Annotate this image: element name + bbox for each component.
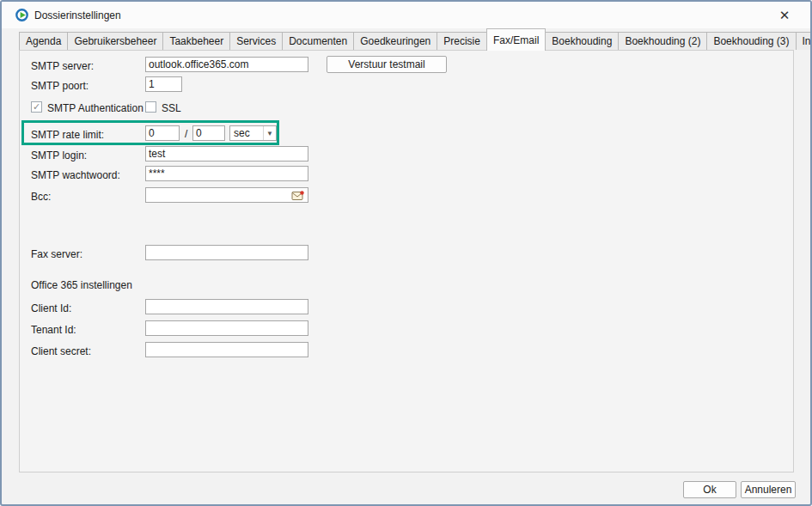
rate-limit-unit-value: sec xyxy=(230,127,263,139)
ok-button[interactable]: Ok xyxy=(683,481,736,498)
smtp-server-input[interactable] xyxy=(145,57,308,72)
tenant-id-input[interactable] xyxy=(145,320,308,336)
fax-server-label: Fax server: xyxy=(31,248,82,260)
fax-email-tab-page: SMTP server: Verstuur testmail SMTP poor… xyxy=(19,50,794,472)
smtp-authentication-checkbox[interactable] xyxy=(31,101,42,113)
smtp-wachtwoord-input[interactable] xyxy=(145,166,308,181)
smtp-poort-input[interactable] xyxy=(145,76,182,92)
tab-boekhouding[interactable]: Boekhouding xyxy=(545,32,619,50)
window-title: Dossierinstellingen xyxy=(34,9,121,21)
tab-intrastat[interactable]: Intrastat xyxy=(796,32,812,50)
ssl-checkbox[interactable] xyxy=(145,101,156,113)
rate-limit-count-input[interactable] xyxy=(145,125,180,141)
smtp-rate-limit-label: SMTP rate limit: xyxy=(31,129,104,141)
mail-contact-icon[interactable] xyxy=(290,189,306,201)
app-logo-icon xyxy=(15,9,28,21)
fax-server-input[interactable] xyxy=(145,245,308,260)
client-secret-label: Client secret: xyxy=(31,345,91,357)
dossierinstellingen-dialog: Dossierinstellingen ✕ Agenda Gebruikersb… xyxy=(0,0,812,506)
bcc-label: Bcc: xyxy=(31,191,51,203)
smtp-poort-label: SMTP poort: xyxy=(31,80,89,92)
tab-documenten[interactable]: Documenten xyxy=(282,32,354,50)
client-id-label: Client Id: xyxy=(31,302,71,314)
smtp-login-input[interactable] xyxy=(145,146,308,162)
chevron-down-icon: ▼ xyxy=(263,126,276,140)
bcc-input[interactable] xyxy=(145,187,308,203)
tab-goedkeuringen[interactable]: Goedkeuringen xyxy=(353,32,437,50)
tab-fax-email[interactable]: Fax/Email xyxy=(486,28,546,51)
annuleren-button[interactable]: Annuleren xyxy=(741,481,796,498)
client-id-input[interactable] xyxy=(145,299,308,314)
tab-boekhouding-3[interactable]: Boekhouding (3) xyxy=(706,32,796,50)
tab-gebruikersbeheer[interactable]: Gebruikersbeheer xyxy=(67,32,163,50)
office365-section-heading: Office 365 instellingen xyxy=(31,279,132,291)
tab-precisie[interactable]: Precisie xyxy=(437,32,487,50)
rate-limit-separator: / xyxy=(185,128,187,140)
close-icon[interactable]: ✕ xyxy=(774,6,795,25)
tab-services[interactable]: Services xyxy=(229,32,283,50)
titlebar: Dossierinstellingen ✕ xyxy=(2,2,810,28)
smtp-server-label: SMTP server: xyxy=(31,60,94,72)
smtp-wachtwoord-label: SMTP wachtwoord: xyxy=(31,169,120,181)
tab-agenda[interactable]: Agenda xyxy=(19,32,68,50)
smtp-login-label: SMTP login: xyxy=(31,149,87,162)
rate-limit-interval-input[interactable] xyxy=(192,125,225,141)
tab-boekhouding-2[interactable]: Boekhouding (2) xyxy=(618,32,707,50)
tenant-id-label: Tenant Id: xyxy=(31,324,76,336)
tab-taakbeheer[interactable]: Taakbeheer xyxy=(162,32,230,50)
ssl-label: SSL xyxy=(162,102,181,114)
rate-limit-unit-select[interactable]: sec ▼ xyxy=(229,125,277,141)
verstuur-testmail-button[interactable]: Verstuur testmail xyxy=(327,56,447,73)
tabstrip: Agenda Gebruikersbeheer Taakbeheer Servi… xyxy=(19,27,794,50)
client-secret-input[interactable] xyxy=(145,342,308,357)
smtp-authentication-label: SMTP Authentication xyxy=(47,102,143,114)
